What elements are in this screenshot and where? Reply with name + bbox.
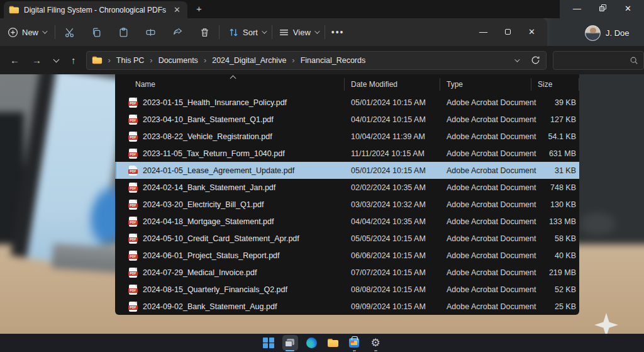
recent-locations-chevron-icon[interactable] <box>53 56 60 62</box>
folder-icon <box>92 57 101 64</box>
new-tab-button[interactable]: + <box>196 3 202 14</box>
search-icon <box>630 56 638 65</box>
forward-button[interactable]: → <box>32 55 42 65</box>
sort-button[interactable]: Sort <box>228 27 265 38</box>
column-header-date[interactable]: Date Modified <box>345 78 440 91</box>
pdf-icon: PDF <box>129 132 137 142</box>
view-button[interactable]: View <box>279 27 318 38</box>
maximize-icon[interactable] <box>505 29 511 35</box>
chevron-down-icon <box>262 28 267 33</box>
table-row[interactable]: PDF2023-11-05_Tax_Return_Form_1040.pdf 1… <box>115 145 579 162</box>
microsoft-store-icon[interactable] <box>347 335 362 351</box>
file-name: 2024-08-15_Quarterly_Financials_Q2.pdf <box>143 285 287 294</box>
outer-window-controls: — ✕ <box>573 4 631 13</box>
file-name: 2023-04-10_Bank_Statement_Q1.pdf <box>143 115 274 124</box>
cut-icon[interactable] <box>64 27 75 38</box>
table-row[interactable]: PDF2024-08-15_Quarterly_Financials_Q2.pd… <box>115 281 579 298</box>
taskbar: ⚙ <box>0 334 644 352</box>
breadcrumb-this-pc[interactable]: This PC <box>116 56 144 65</box>
file-name: 2023-08-22_Vehicle_Registration.pdf <box>143 132 272 141</box>
task-view-icon[interactable] <box>282 335 298 351</box>
table-row[interactable]: PDF2024-03-20_Electricity_Bill_Q1.pdf 03… <box>115 196 579 213</box>
user-account-chip[interactable]: J. Doe <box>585 25 630 41</box>
pdf-icon: PDF <box>129 183 137 193</box>
explorer-tab[interactable]: Digital Filing System - Chronological PD… <box>4 1 187 18</box>
user-name-label: J. Doe <box>606 28 630 38</box>
pdf-icon: PDF <box>129 200 137 210</box>
tab-close-icon[interactable]: ✕ <box>172 5 182 14</box>
column-headers: Name Date Modified Type Size <box>115 74 579 94</box>
breadcrumb[interactable]: › This PC › Documents › 2024_Digital_Arc… <box>86 51 547 70</box>
copy-icon[interactable] <box>91 27 102 38</box>
table-row-selected[interactable]: PDF2024-01-05_Lease_Agreement_Update.pdf… <box>115 162 579 179</box>
pdf-icon: PDF <box>129 234 137 244</box>
close-icon[interactable]: ✕ <box>528 27 535 37</box>
restore-icon[interactable] <box>600 6 606 11</box>
back-button[interactable]: ← <box>10 55 19 65</box>
address-dropdown-chevron-icon[interactable] <box>514 57 519 62</box>
sort-arrows-icon <box>228 27 239 38</box>
up-button[interactable]: ↑ <box>71 55 76 65</box>
refresh-icon[interactable] <box>530 55 541 65</box>
more-options-button[interactable]: ••• <box>331 27 345 37</box>
column-header-type[interactable]: Type <box>440 78 531 91</box>
pdf-icon: PDF <box>129 115 137 125</box>
file-name: 2024-07-29_Medical_Invoice.pdf <box>143 268 257 277</box>
pdf-icon: PDF <box>129 98 137 108</box>
search-input[interactable] <box>553 51 644 70</box>
file-name: 2023-11-05_Tax_Return_Form_1040.pdf <box>143 149 285 158</box>
file-explorer-icon[interactable] <box>325 335 341 351</box>
column-header-name[interactable]: Name <box>115 78 345 91</box>
inner-window-controls: — ✕ <box>479 27 535 37</box>
table-row[interactable]: PDF2024-02-14_Bank_Statement_Jan.pdf 02/… <box>115 179 579 196</box>
explorer-toolbar: New Sort View ••• — ✕ <box>0 18 547 46</box>
file-name: 2024-02-14_Bank_Statement_Jan.pdf <box>143 183 275 192</box>
pdf-icon: PDF <box>129 302 137 312</box>
new-button[interactable]: New <box>8 27 46 38</box>
plus-circle-icon <box>8 27 18 38</box>
minimize-icon[interactable]: — <box>573 4 581 13</box>
address-bar: ← → ↑ › This PC › Documents › 2024_Digit… <box>0 46 644 74</box>
table-row[interactable]: PDF2024-09-02_Bank_Statement_Aug.pdf 09/… <box>115 298 579 315</box>
share-icon[interactable] <box>172 27 183 38</box>
table-row[interactable]: PDF2023-01-15_Health_Insurance_Policy.pd… <box>115 94 579 111</box>
file-name: 2024-01-05_Lease_Agreement_Update.pdf <box>143 166 294 175</box>
file-name: 2024-03-20_Electricity_Bill_Q1.pdf <box>143 200 264 209</box>
column-header-size[interactable]: Size <box>531 78 579 91</box>
settings-gear-icon[interactable]: ⚙ <box>368 335 384 351</box>
file-rows: PDF2023-01-15_Health_Insurance_Policy.pd… <box>115 94 579 315</box>
table-row[interactable]: PDF2024-07-29_Medical_Invoice.pdf 07/07/… <box>115 264 579 281</box>
pdf-icon: PDF <box>129 251 137 261</box>
breadcrumb-documents[interactable]: Documents <box>158 56 198 65</box>
pdf-icon: PDF <box>129 285 137 295</box>
explorer-tab-bar: Digital Filing System - Chronological PD… <box>0 0 560 18</box>
file-name: 2024-04-18_Mortgage_Statement.pdf <box>143 217 274 226</box>
file-name: 2024-06-01_Project_Status_Report.pdf <box>143 251 280 260</box>
table-row[interactable]: PDF2023-08-22_Vehicle_Registration.pdf 1… <box>115 128 579 145</box>
new-button-label: New <box>22 28 38 37</box>
file-name: 2024-09-02_Bank_Statement_Aug.pdf <box>143 302 277 311</box>
tab-title: Digital Filing System - Chronological PD… <box>24 6 166 14</box>
file-name: 2024-05-10_Credit_Card_Statement_Apr.pdf <box>143 234 299 243</box>
user-avatar <box>585 25 601 41</box>
table-row[interactable]: PDF2024-04-18_Mortgage_Statement.pdf 04/… <box>115 213 579 230</box>
paste-icon[interactable] <box>118 27 129 38</box>
table-row[interactable]: PDF2023-04-10_Bank_Statement_Q1.pdf 04/0… <box>115 111 579 128</box>
chevron-down-icon <box>314 28 319 33</box>
chevron-down-icon <box>42 28 47 33</box>
table-row[interactable]: PDF2024-05-10_Credit_Card_Statement_Apr.… <box>115 230 579 247</box>
breadcrumb-financial-records[interactable]: Financial_Records <box>301 56 366 65</box>
file-name: 2023-01-15_Health_Insurance_Policy.pdf <box>143 98 287 107</box>
sort-button-label: Sort <box>243 28 258 37</box>
edge-browser-icon[interactable] <box>304 335 319 351</box>
close-icon[interactable]: ✕ <box>625 4 631 13</box>
delete-icon[interactable] <box>199 27 210 38</box>
minimize-icon[interactable]: — <box>479 27 487 37</box>
pdf-icon: PDF <box>129 217 137 227</box>
breadcrumb-archive[interactable]: 2024_Digital_Archive <box>212 56 286 65</box>
folder-icon <box>9 6 18 14</box>
rename-icon[interactable] <box>145 27 156 38</box>
pdf-icon: PDF <box>129 149 137 159</box>
start-icon[interactable] <box>261 335 277 351</box>
table-row[interactable]: PDF2024-06-01_Project_Status_Report.pdf … <box>115 247 579 264</box>
